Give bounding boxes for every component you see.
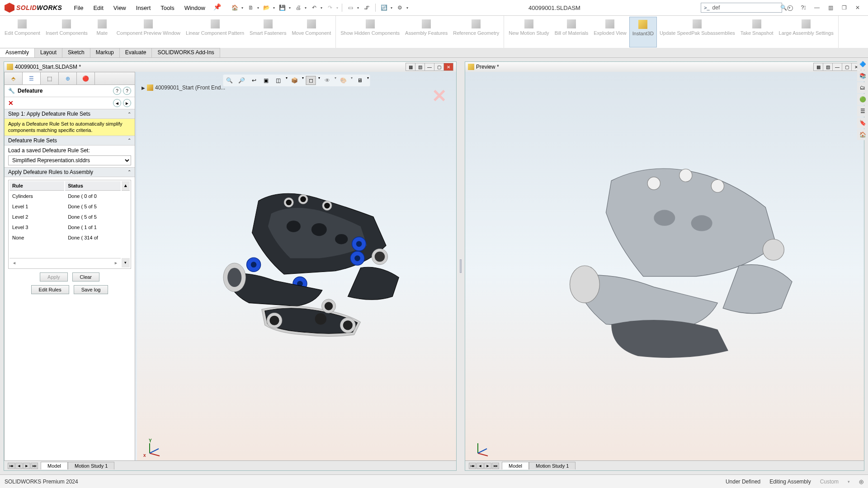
preview-tab-motion[interactable]: Motion Study 1 <box>529 462 576 469</box>
save-icon[interactable]: 💾 <box>278 3 288 13</box>
tab-addins[interactable]: SOLIDWORKS Add-Ins <box>152 48 220 57</box>
cmd-edit-component[interactable]: Edit Component <box>2 17 43 47</box>
cmd-linear-pattern[interactable]: Linear Component Pattern <box>183 17 247 47</box>
cmd-move-component[interactable]: Move Component <box>289 17 334 47</box>
bt-last-icon[interactable]: ⏭ <box>31 463 38 469</box>
print-icon[interactable]: 🖨 <box>293 3 303 13</box>
select-icon[interactable]: ▭ <box>346 3 356 13</box>
col-rule[interactable]: Rule <box>9 181 64 191</box>
fm-tab-prop[interactable]: ☰ <box>23 72 41 84</box>
pv-max-icon[interactable]: ▢ <box>842 63 852 71</box>
undo-icon[interactable]: ↶ <box>309 3 319 13</box>
status-isolate-icon[interactable]: ◎ <box>859 479 863 485</box>
tab-evaluate[interactable]: Evaluate <box>120 48 152 57</box>
hscroll-right-icon[interactable]: ► <box>114 261 118 265</box>
step-header[interactable]: Step 1: Apply Defeature Rule Sets⌃ <box>5 109 135 119</box>
fm-tab-tree[interactable]: ⬘ <box>5 72 23 84</box>
cmd-take-snapshot[interactable]: Take Snapshot <box>738 17 776 47</box>
tp-file-explorer-icon[interactable]: 🗂 <box>857 82 868 93</box>
apply-button[interactable]: Apply <box>40 272 68 282</box>
cmd-show-hidden[interactable]: Show Hidden Components <box>338 17 402 47</box>
cmd-smart-fasteners[interactable]: Smart Fasteners <box>247 17 289 47</box>
bt-first-icon[interactable]: ⏮ <box>8 463 15 469</box>
search-input[interactable] <box>712 5 780 11</box>
cmd-large-assembly[interactable]: Large Assembly Settings <box>776 17 836 47</box>
clip-icon[interactable]: 🖇 <box>362 3 372 13</box>
menu-file[interactable]: File <box>69 3 88 13</box>
main-viewport[interactable]: ▶ 40099001_Start (Front End... ✕ 🔍 🔎 ↩ ▣… <box>137 72 456 470</box>
preview-titlebar[interactable]: Preview * ▦ ▧ — ▢ ✕ <box>465 62 864 72</box>
cmd-exploded-view[interactable]: Exploded View <box>591 17 629 47</box>
bottom-tab-motion[interactable]: Motion Study 1 <box>68 462 114 469</box>
menu-view[interactable]: View <box>109 3 131 13</box>
tp-resources-icon[interactable]: 🔷 <box>857 59 868 70</box>
cmd-component-preview[interactable]: Component Preview Window <box>114 17 183 47</box>
redo-icon[interactable]: ↷ <box>325 3 335 13</box>
splitter[interactable] <box>459 61 462 471</box>
minimize-icon[interactable]: — <box>811 2 823 14</box>
model-render[interactable] <box>137 72 456 470</box>
cmd-instant3d[interactable]: Instant3D <box>629 17 657 47</box>
status-units[interactable]: Custom <box>820 479 839 485</box>
tp-view-palette-icon[interactable]: 🟢 <box>857 94 868 105</box>
main-window-titlebar[interactable]: 40099001_Start.SLDASM * ▦ ▧ — ▢ ✕ <box>4 62 456 72</box>
fm-tab-dim[interactable]: ⊕ <box>59 72 77 84</box>
user-icon[interactable]: ◯ <box>784 2 796 14</box>
pbt-next-icon[interactable]: ► <box>484 463 491 469</box>
pbt-first-icon[interactable]: ⏮ <box>469 463 476 469</box>
cancel-icon[interactable]: ✕ <box>8 99 14 107</box>
panel-help-icon[interactable]: ? <box>123 87 131 95</box>
menu-window[interactable]: Window <box>180 3 210 13</box>
cmd-bom[interactable]: Bill of Materials <box>552 17 591 47</box>
open-icon[interactable]: 📂 <box>262 3 272 13</box>
pv-min-icon[interactable]: — <box>832 63 842 71</box>
pv-newwin-icon[interactable]: ▧ <box>823 63 833 71</box>
push-pin-icon[interactable]: 📌 <box>213 3 221 13</box>
options-icon[interactable]: ⚙ <box>395 3 405 13</box>
table-scroll-up-icon[interactable]: ▴ <box>122 181 130 191</box>
view-triad[interactable]: Y x <box>146 439 164 457</box>
rulesets-header[interactable]: Defeature Rule Sets⌃ <box>5 136 135 145</box>
win-close-icon[interactable]: ✕ <box>443 63 453 71</box>
bt-prev-icon[interactable]: ◄ <box>15 463 23 469</box>
rebuild-icon[interactable]: 🔃 <box>379 3 389 13</box>
cmd-update-speedpak[interactable]: Update SpeedPak Subassemblies <box>657 17 738 47</box>
next-step-icon[interactable]: ► <box>123 99 131 107</box>
tab-assembly[interactable]: Assembly <box>0 48 35 57</box>
bt-next-icon[interactable]: ► <box>23 463 30 469</box>
fm-tab-config[interactable]: ⬚ <box>41 72 59 84</box>
preview-viewport[interactable] <box>465 72 864 470</box>
table-scroll-down-icon[interactable]: ▾ <box>122 258 130 267</box>
new-icon[interactable]: 🗎 <box>246 3 256 13</box>
help-icon[interactable]: ?⃝ <box>797 2 809 14</box>
menu-insert[interactable]: Insert <box>132 3 156 13</box>
tp-custom-props-icon[interactable]: 🔖 <box>857 117 868 128</box>
win-max-icon[interactable]: ▢ <box>434 63 444 71</box>
command-search[interactable]: >_ 🔍 ▾ <box>701 3 782 13</box>
preview-triad[interactable] <box>474 439 492 457</box>
win-newwin-icon[interactable]: ▧ <box>415 63 425 71</box>
apply-header[interactable]: Apply Defeature Rules to Assembly⌃ <box>5 167 135 177</box>
bottom-tab-model[interactable]: Model <box>41 462 68 469</box>
fm-tab-appearance[interactable]: 🔴 <box>77 72 95 84</box>
tp-design-library-icon[interactable]: 📚 <box>857 70 868 81</box>
col-status[interactable]: Status <box>65 181 121 191</box>
win-min-icon[interactable]: — <box>425 63 434 71</box>
preview-render[interactable] <box>465 72 864 470</box>
pbt-last-icon[interactable]: ⏭ <box>492 463 499 469</box>
tp-appearances-icon[interactable]: ☰ <box>857 106 868 117</box>
pv-arrange-icon[interactable]: ▦ <box>813 63 823 71</box>
menu-tools[interactable]: Tools <box>156 3 179 13</box>
units-drop-icon[interactable]: ▾ <box>848 479 850 484</box>
hscroll-left-icon[interactable]: ◄ <box>12 261 16 265</box>
restore-icon[interactable]: ❐ <box>838 2 850 14</box>
menu-edit[interactable]: Edit <box>89 3 108 13</box>
preview-tab-model[interactable]: Model <box>502 462 529 469</box>
cmd-reference-geometry[interactable]: Reference Geometry <box>450 17 502 47</box>
tp-forum-icon[interactable]: 🏠 <box>857 129 868 140</box>
edit-rules-button[interactable]: Edit Rules <box>31 285 69 294</box>
tab-layout[interactable]: Layout <box>35 48 62 57</box>
save-log-button[interactable]: Save log <box>74 285 108 294</box>
clear-button[interactable]: Clear <box>72 272 99 282</box>
close-icon[interactable]: ✕ <box>852 2 863 14</box>
